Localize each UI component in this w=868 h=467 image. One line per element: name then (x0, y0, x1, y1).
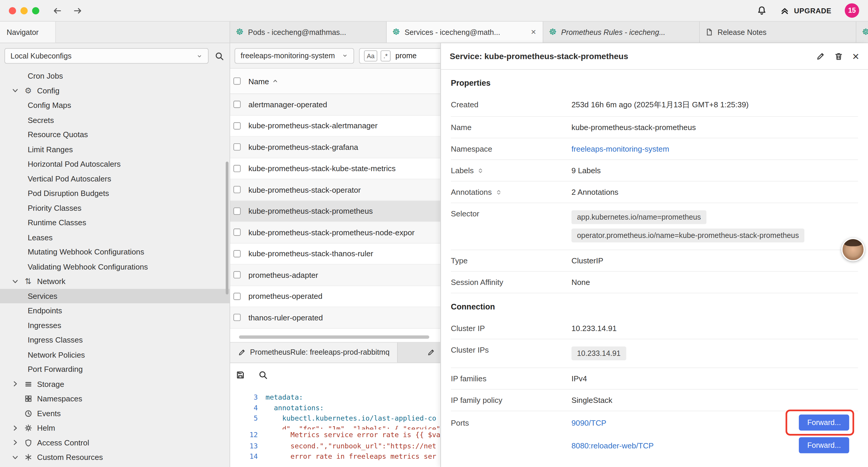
namespace-select[interactable]: freeleaps-monitoring-system (235, 48, 354, 63)
row-checkbox[interactable] (234, 229, 241, 236)
upgrade-button[interactable]: UPGRADE (780, 6, 832, 16)
minimize-window-button[interactable] (20, 7, 28, 14)
sidebar-item-ingress-classes[interactable]: Ingress Classes (0, 332, 229, 347)
line-number: 4 (230, 402, 266, 413)
sidebar-item-limit-ranges[interactable]: Limit Ranges (0, 142, 229, 157)
chevron-down-icon[interactable] (11, 453, 19, 461)
search-value: prome (395, 52, 416, 60)
chevron-down-icon[interactable] (11, 277, 19, 286)
yaml-editor[interactable]: 3metadata:4 annotations:5 kubectl.kubern… (230, 387, 440, 467)
namespace-link[interactable]: freeleaps-monitoring-system (571, 145, 669, 153)
sidebar-item-storage[interactable]: Storage (0, 377, 229, 391)
table-row[interactable]: kube-prometheus-stack-alertmanager (230, 115, 440, 137)
table-row[interactable]: kube-prometheus-stack-prometheus-node-ex… (230, 222, 440, 243)
table-row[interactable]: kube-prometheus-stack-prometheus (230, 201, 440, 222)
row-checkbox[interactable] (234, 314, 241, 321)
chevron-right-icon[interactable] (11, 438, 19, 447)
table-row[interactable]: kube-prometheus-stack-thanos-ruler (230, 243, 440, 265)
sidebar-item-definitions[interactable]: Definitions (0, 465, 229, 467)
sidebar-item-network[interactable]: ⇅Network (0, 274, 229, 289)
dock-tab-partial[interactable] (422, 342, 440, 362)
dock-tab-prometheusrule[interactable]: PrometheusRule: freeleaps-prod-rabbitmq (230, 342, 398, 362)
search-icon[interactable] (215, 51, 224, 61)
sidebar-item-cron-jobs[interactable]: Cron Jobs (0, 68, 229, 83)
table-row[interactable]: prometheus-operated (230, 286, 440, 307)
close-tab-icon[interactable]: × (530, 27, 537, 37)
expand-icon[interactable] (496, 189, 502, 195)
back-arrow-icon[interactable] (53, 6, 62, 16)
navigator-panel-tab[interactable]: Navigator (0, 22, 56, 42)
sidebar-item-endpoints[interactable]: Endpoints (0, 303, 229, 318)
sidebar-item-helm[interactable]: Helm (0, 420, 229, 435)
save-icon[interactable] (236, 370, 245, 380)
row-checkbox[interactable] (234, 293, 241, 300)
select-all-checkbox[interactable] (234, 78, 241, 85)
table-row[interactable]: kube-prometheus-stack-kube-state-metrics (230, 158, 440, 179)
bell-icon[interactable] (757, 6, 767, 16)
sidebar-item-events[interactable]: Events (0, 406, 229, 420)
row-checkbox[interactable] (234, 271, 241, 279)
name-column-header[interactable]: Name (248, 77, 279, 85)
sidebar-item-ingresses[interactable]: Ingresses (0, 318, 229, 333)
row-checkbox[interactable] (234, 250, 241, 257)
row-checkbox[interactable] (234, 143, 241, 150)
sidebar-item-config-maps[interactable]: Config Maps (0, 98, 229, 113)
table-row[interactable]: thanos-ruler-operated (230, 307, 440, 328)
tab-pods-icecheng-mathmas[interactable]: ☸Pods - icecheng@mathmas... (230, 22, 387, 42)
sidebar-item-pod-disruption-budgets[interactable]: Pod Disruption Budgets (0, 186, 229, 201)
forward-button[interactable]: Forward... (799, 415, 849, 431)
sidebar-item-custom-resources[interactable]: Custom Resources (0, 450, 229, 465)
sidebar-item-horizontal-pod-autoscalers[interactable]: Horizontal Pod Autoscalers (0, 157, 229, 171)
maximize-window-button[interactable] (32, 7, 39, 14)
port-link[interactable]: 9090/TCP (571, 418, 606, 427)
sidebar-item-vertical-pod-autoscalers[interactable]: Vertical Pod Autoscalers (0, 171, 229, 186)
port-link[interactable]: 8080:reloader-web/TCP (571, 441, 653, 449)
row-checkbox[interactable] (234, 101, 241, 108)
sidebar-item-leases[interactable]: Leases (0, 230, 229, 245)
row-checkbox[interactable] (234, 165, 241, 172)
table-row[interactable]: kube-prometheus-stack-grafana (230, 137, 440, 158)
sidebar-item-access-control[interactable]: Access Control (0, 435, 229, 450)
match-case-toggle[interactable]: Aa (364, 50, 377, 61)
row-checkbox[interactable] (234, 207, 241, 214)
sidebar-item-priority-classes[interactable]: Priority Classes (0, 201, 229, 215)
notification-count-badge[interactable]: 15 (845, 3, 859, 18)
sidebar-item-services[interactable]: Services (0, 289, 229, 303)
trash-icon[interactable] (834, 52, 843, 61)
close-icon[interactable]: × (852, 50, 859, 62)
close-window-button[interactable] (9, 7, 16, 14)
table-row[interactable]: alertmanager-operated (230, 94, 440, 115)
sidebar-item-resource-quotas[interactable]: Resource Quotas (0, 127, 229, 142)
sidebar-item-namespaces[interactable]: Namespaces (0, 391, 229, 406)
row-checkbox[interactable] (234, 122, 241, 129)
table-row[interactable]: prometheus-adapter (230, 265, 440, 286)
tab-argo-s[interactable]: ☸Argo S (857, 22, 868, 42)
forward-arrow-icon[interactable] (73, 6, 83, 16)
edit-icon[interactable] (816, 52, 825, 61)
property-label-text: Annotations (451, 188, 492, 197)
tab-services-icecheng-math[interactable]: ☸Services - icecheng@math...× (387, 22, 543, 42)
sidebar-item-validating-webhook-configurations[interactable]: Validating Webhook Configurations (0, 259, 229, 274)
search-icon[interactable] (258, 370, 268, 380)
chevron-down-icon[interactable] (11, 87, 19, 95)
chevron-right-icon[interactable] (11, 380, 19, 388)
user-avatar[interactable] (841, 238, 865, 261)
sidebar-item-port-forwarding[interactable]: Port Forwarding (0, 362, 229, 377)
sidebar-item-network-policies[interactable]: Network Policies (0, 347, 229, 362)
sidebar-item-runtime-classes[interactable]: Runtime Classes (0, 215, 229, 230)
expand-icon[interactable] (477, 167, 484, 174)
sidebar-scrollbar[interactable] (226, 162, 228, 294)
search-input[interactable]: Aa .* prome (359, 48, 440, 63)
sidebar-item-mutating-webhook-configurations[interactable]: Mutating Webhook Configurations (0, 245, 229, 260)
kubeconfig-select[interactable]: Local Kubeconfigs (4, 48, 209, 63)
tab-release-notes[interactable]: Release Notes (700, 22, 857, 42)
sidebar-item-config[interactable]: ⚙Config (0, 83, 229, 98)
tab-prometheus-rules-icecheng[interactable]: ☸Prometheus Rules - icecheng... (543, 22, 700, 42)
sidebar-item-secrets[interactable]: Secrets (0, 113, 229, 127)
forward-button[interactable]: Forward... (799, 437, 849, 453)
table-row[interactable]: kube-prometheus-stack-operator (230, 179, 440, 201)
chevron-right-icon[interactable] (11, 424, 19, 432)
row-checkbox[interactable] (234, 186, 241, 193)
horizontal-scrollbar-thumb[interactable] (239, 335, 429, 339)
regex-toggle[interactable]: .* (380, 50, 390, 61)
